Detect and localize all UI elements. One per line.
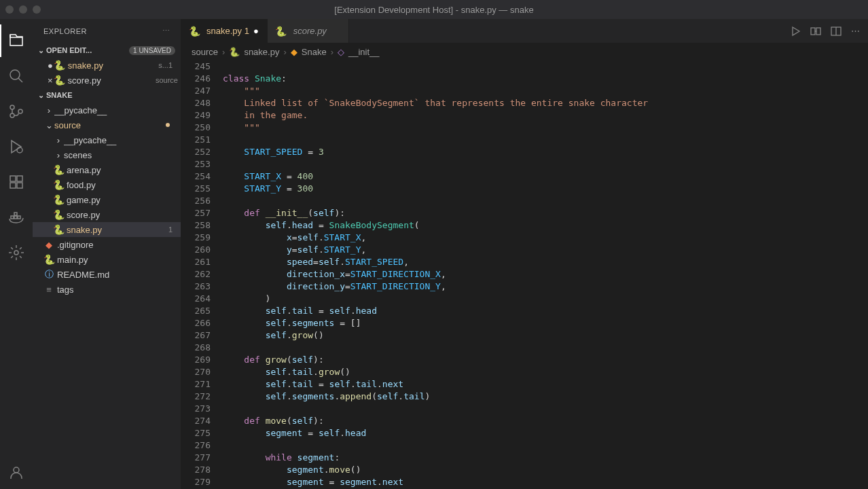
file-item[interactable]: 🐍 arena.py (33, 162, 181, 177)
maximize-window-icon[interactable] (33, 5, 41, 14)
sidebar-title: EXPLORER ⋯ (33, 19, 181, 43)
svg-rect-6 (10, 176, 16, 181)
breadcrumbs[interactable]: source›🐍snake.py›◆Snake›◇__init__ (181, 43, 868, 60)
file-name-label: snake.py (68, 60, 156, 71)
run-icon[interactable] (790, 26, 801, 37)
svg-point-3 (10, 113, 14, 117)
extensions-icon[interactable] (0, 166, 33, 198)
tree-item-label: .gitignore (57, 240, 178, 250)
file-name-label: score.py (68, 75, 153, 86)
explorer-icon[interactable] (0, 24, 33, 57)
project-name-label: SNAKE (46, 91, 73, 99)
svg-rect-17 (816, 28, 820, 35)
close-window-icon[interactable] (5, 5, 14, 14)
file-item[interactable]: ◆ .gitignore (33, 237, 181, 252)
account-icon[interactable] (0, 456, 33, 489)
code-content[interactable]: class Snake: """ Linked list of `SnakeBo… (223, 60, 868, 489)
svg-rect-9 (17, 183, 22, 188)
svg-rect-12 (18, 216, 20, 219)
tree-item-label: __pycache__ (54, 105, 178, 115)
unsaved-badge: 1 UNSAVED (129, 46, 175, 55)
info-file-icon: ⓘ (43, 269, 54, 280)
editor-area: 🐍 snake.py 1 ●🐍 score.py ⋯ source›🐍snake… (181, 19, 868, 489)
run-debug-icon[interactable] (0, 130, 33, 163)
tree-item-label: score.py (67, 210, 178, 220)
svg-rect-13 (14, 213, 17, 215)
open-editors-label: OPEN EDIT... (46, 46, 92, 54)
svg-rect-7 (17, 176, 22, 181)
python-file-icon: 🐍 (53, 224, 64, 235)
sidebar-more-icon[interactable]: ⋯ (162, 26, 170, 35)
folder-item[interactable]: › __pycache__ (33, 132, 181, 147)
chevron-right-icon: › (222, 47, 225, 57)
tree-item-label: __pycache__ (64, 135, 178, 145)
source-control-icon[interactable] (0, 95, 33, 128)
svg-rect-16 (811, 28, 815, 35)
chevron-right-icon: › (53, 135, 64, 145)
tree-item-label: game.py (67, 195, 178, 205)
modified-dot-icon[interactable]: ● (48, 60, 53, 71)
folder-item[interactable]: › __pycache__ (33, 103, 181, 117)
tree-item-label: source (54, 120, 166, 130)
activity-bar (0, 19, 33, 489)
open-editor-item[interactable]: × 🐍 score.py source (33, 73, 181, 88)
svg-point-5 (17, 147, 22, 153)
tab-label: score.py (293, 26, 327, 36)
search-icon[interactable] (0, 60, 33, 92)
breadcrumb-item[interactable]: __init__ (348, 47, 380, 57)
svg-rect-11 (14, 216, 17, 219)
svg-rect-10 (11, 216, 14, 219)
project-header[interactable]: ⌄ SNAKE (33, 88, 181, 103)
svg-rect-8 (10, 183, 16, 188)
breadcrumb-item[interactable]: source (192, 47, 218, 57)
folder-item[interactable]: ⌄ source (33, 117, 181, 132)
python-file-icon: 🐍 (54, 60, 65, 71)
breadcrumb-item[interactable]: snake.py (244, 47, 279, 57)
python-file-icon: 🐍 (43, 254, 54, 265)
tree-item-label: tags (57, 285, 178, 295)
svg-point-14 (14, 251, 18, 255)
open-editor-item[interactable]: ● 🐍 snake.py s... 1 (33, 58, 181, 73)
line-gutter: 2452462472482492502512522532542552562572… (181, 60, 223, 489)
folder-item[interactable]: › scenes (33, 147, 181, 162)
file-item[interactable]: 🐍 score.py (33, 207, 181, 222)
tree-item-label: README.md (57, 270, 178, 280)
file-item[interactable]: ≡ tags (33, 282, 181, 297)
gitignore-file-icon: ◆ (43, 239, 54, 250)
svg-line-1 (18, 78, 22, 82)
python-file-icon: 🐍 (53, 194, 64, 205)
breadcrumb-item[interactable]: Snake (302, 47, 327, 57)
modified-count-badge: 1 (168, 225, 178, 234)
file-item[interactable]: ⓘ README.md (33, 267, 181, 282)
split-editor-icon[interactable] (831, 26, 842, 37)
editor-tab[interactable]: 🐍 snake.py 1 ● (181, 19, 268, 43)
method-icon: ◇ (338, 47, 344, 57)
minimize-window-icon[interactable] (19, 5, 27, 14)
close-icon[interactable]: × (48, 75, 53, 86)
code-editor[interactable]: 2452462472482492502512522532542552562572… (181, 60, 868, 489)
open-editors-header[interactable]: ⌄OPEN EDIT... 1 UNSAVED (33, 43, 181, 58)
docker-icon[interactable] (0, 201, 33, 234)
file-path-label: source (156, 76, 178, 84)
window-title: [Extension Development Host] - snake.py … (334, 5, 533, 15)
file-item[interactable]: 🐍 main.py (33, 252, 181, 267)
more-actions-icon[interactable]: ⋯ (851, 26, 860, 36)
file-item[interactable]: 🐍 snake.py 1 (33, 222, 181, 237)
python-file-icon: 🐍 (276, 26, 287, 37)
editor-tab[interactable]: 🐍 score.py (268, 19, 349, 43)
titlebar: [Extension Development Host] - snake.py … (0, 0, 868, 19)
file-item[interactable]: 🐍 food.py (33, 177, 181, 192)
python-file-icon: 🐍 (54, 75, 65, 86)
python-file-icon: 🐍 (189, 26, 200, 37)
sidebar: EXPLORER ⋯ ⌄OPEN EDIT... 1 UNSAVED ● 🐍 s… (33, 19, 181, 489)
tabs: 🐍 snake.py 1 ●🐍 score.py ⋯ (181, 19, 868, 43)
diff-icon[interactable] (810, 26, 821, 37)
python-file-icon: 🐍 (53, 209, 64, 220)
tab-label: snake.py 1 (206, 26, 249, 36)
sidebar-title-label: EXPLORER (43, 27, 87, 35)
svg-point-15 (14, 467, 19, 473)
file-item[interactable]: 🐍 game.py (33, 192, 181, 207)
svg-point-4 (18, 109, 22, 113)
tree-item-label: food.py (67, 180, 178, 190)
settings-icon[interactable] (0, 236, 33, 269)
